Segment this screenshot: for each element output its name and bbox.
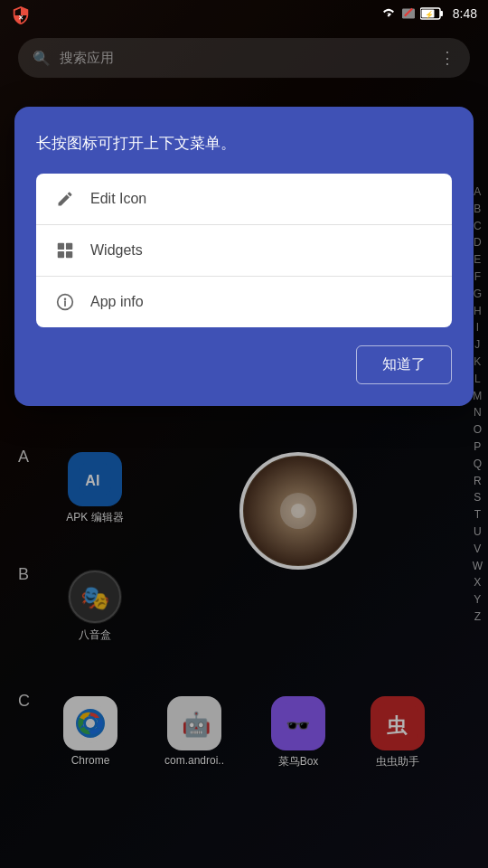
svg-rect-4 bbox=[440, 11, 443, 16]
wifi-icon bbox=[380, 7, 397, 20]
svg-rect-7 bbox=[58, 242, 64, 249]
svg-rect-9 bbox=[58, 250, 64, 257]
app-info-label: App info bbox=[90, 294, 144, 310]
status-bar: ⚡ 8:48 bbox=[0, 0, 488, 27]
dialog-menu: Edit Icon Widgets bbox=[36, 174, 452, 327]
menu-item-app-info[interactable]: App info bbox=[36, 277, 452, 327]
no-sim-icon bbox=[400, 7, 417, 20]
widgets-icon bbox=[54, 240, 76, 261]
menu-item-edit-icon[interactable]: Edit Icon bbox=[36, 174, 452, 225]
svg-rect-8 bbox=[66, 242, 72, 249]
menu-item-widgets[interactable]: Widgets bbox=[36, 225, 452, 277]
widgets-label: Widgets bbox=[90, 242, 143, 259]
pencil-icon bbox=[54, 188, 76, 210]
dialog-title: 长按图标可打开上下文菜单。 bbox=[36, 132, 452, 156]
battery-icon: ⚡ bbox=[420, 7, 444, 20]
edit-icon-label: Edit Icon bbox=[90, 191, 146, 207]
dialog-actions: 知道了 bbox=[36, 345, 452, 384]
info-icon bbox=[54, 291, 76, 313]
status-time: 8:48 bbox=[453, 6, 477, 21]
confirm-button[interactable]: 知道了 bbox=[356, 345, 452, 384]
context-menu-dialog: 长按图标可打开上下文菜单。 Edit Icon Widgets bbox=[14, 107, 474, 406]
svg-rect-10 bbox=[66, 250, 72, 257]
status-icons: ⚡ 8:48 bbox=[380, 6, 477, 21]
svg-text:⚡: ⚡ bbox=[425, 10, 434, 19]
